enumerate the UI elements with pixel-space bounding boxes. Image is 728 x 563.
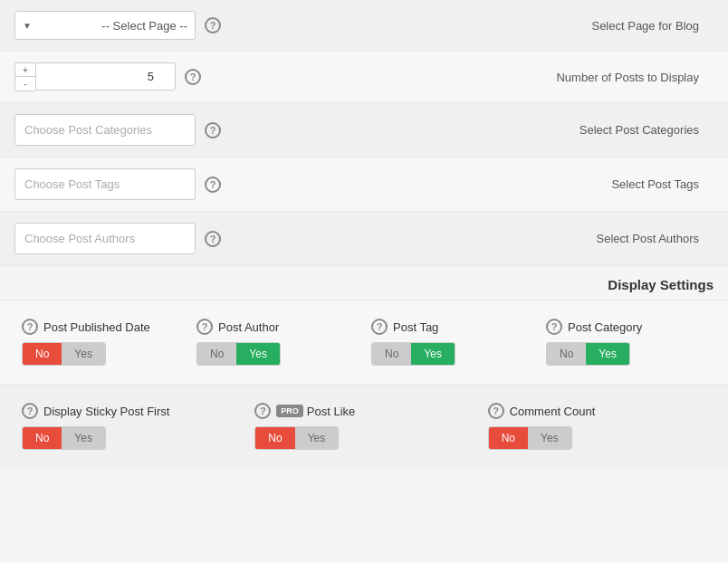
post-tag-toggle-group: No Yes (371, 342, 455, 366)
decrement-button[interactable]: - (15, 77, 35, 91)
select-page-dropdown[interactable]: ▼ -- Select Page -- (14, 11, 196, 40)
post-tag-text: Post Tag (393, 320, 438, 334)
comment-count-text: Comment Count (510, 405, 596, 418)
settings-container: ▼ -- Select Page -- ? Select Page for Bl… (0, 0, 728, 468)
published-date-toggle-group: No Yes (22, 342, 106, 366)
post-tags-multiselect[interactable]: Choose Post Tags (14, 168, 196, 200)
post-categories-label: Select Post Categories (413, 123, 714, 137)
post-categories-help-icon[interactable]: ? (205, 122, 221, 138)
dropdown-arrow-icon: ▼ (23, 21, 32, 31)
post-categories-row: Choose Post Categories ? Select Post Cat… (0, 103, 728, 157)
num-posts-help-icon[interactable]: ? (185, 69, 201, 85)
post-like-yes-button[interactable]: Yes (295, 427, 339, 449)
post-authors-placeholder: Choose Post Authors (24, 232, 135, 245)
num-posts-row: + - ? Number of Posts to Display (0, 52, 728, 103)
post-categories-input-area: Choose Post Categories ? (14, 114, 413, 146)
number-stepper: + - (14, 62, 35, 91)
published-date-text: Post Published Date (43, 320, 150, 334)
toggle-label-published-date: ? Post Published Date (22, 319, 150, 335)
select-page-value: -- Select Page -- (37, 19, 187, 33)
post-tag-yes-button[interactable]: Yes (411, 343, 455, 365)
select-page-help-icon[interactable]: ? (205, 17, 221, 33)
toggle-item-post-like: ? PRO Post Like No Yes (247, 399, 480, 453)
num-posts-label: Number of Posts to Display (413, 71, 714, 84)
post-tags-input-area: Choose Post Tags ? (14, 168, 413, 200)
post-like-toggle-group: No Yes (254, 426, 339, 450)
post-categories-multiselect[interactable]: Choose Post Categories (14, 114, 196, 146)
post-authors-label: Select Post Authors (413, 232, 714, 245)
post-author-yes-button[interactable]: Yes (236, 343, 280, 365)
comment-count-toggle-group: No Yes (488, 426, 572, 450)
post-author-text: Post Author (218, 320, 279, 334)
sticky-post-toggle-group: No Yes (22, 426, 106, 450)
post-like-no-button[interactable]: No (255, 427, 294, 449)
published-date-help-icon[interactable]: ? (22, 319, 38, 335)
toggle-label-post-like: ? PRO Post Like (254, 403, 355, 419)
display-settings-title: Display Settings (608, 277, 714, 292)
post-like-text: Post Like (307, 405, 355, 418)
toggle-label-post-author: ? Post Author (196, 319, 279, 335)
published-date-no-button[interactable]: No (23, 343, 62, 365)
post-category-no-button[interactable]: No (547, 343, 586, 365)
post-category-text: Post Category (568, 320, 642, 334)
post-categories-placeholder: Choose Post Categories (24, 123, 152, 137)
toggle-label-post-tag: ? Post Tag (371, 319, 438, 335)
post-tags-placeholder: Choose Post Tags (24, 177, 120, 191)
post-category-help-icon[interactable]: ? (546, 319, 562, 335)
post-like-help-icon[interactable]: ? (254, 403, 271, 419)
comment-count-help-icon[interactable]: ? (488, 403, 504, 419)
num-posts-input-area: + - ? (14, 62, 413, 91)
post-tags-label: Select Post Tags (413, 177, 714, 191)
number-input-group: + - (14, 62, 176, 91)
toggle-item-comment-count: ? Comment Count No Yes (481, 399, 714, 453)
toggle-item-post-tag: ? Post Tag No Yes (364, 315, 539, 369)
post-tags-row: Choose Post Tags ? Select Post Tags (0, 157, 728, 212)
select-page-label: Select Page for Blog (413, 19, 714, 33)
increment-button[interactable]: + (15, 63, 35, 77)
post-authors-row: Choose Post Authors ? Select Post Author… (0, 212, 728, 266)
pro-badge: PRO (276, 405, 303, 417)
select-page-row: ▼ -- Select Page -- ? Select Page for Bl… (0, 0, 728, 52)
toggle-label-post-category: ? Post Category (546, 319, 642, 335)
display-settings-header: Display Settings (0, 266, 728, 301)
sticky-post-text: Display Sticky Post First (43, 405, 169, 418)
toggle-item-published-date: ? Post Published Date No Yes (14, 315, 189, 369)
post-author-toggle-group: No Yes (196, 342, 281, 366)
toggle-label-sticky-post: ? Display Sticky Post First (22, 403, 169, 419)
toggle-item-post-author: ? Post Author No Yes (189, 315, 364, 369)
comment-count-no-button[interactable]: No (489, 427, 528, 449)
toggle-item-sticky-post: ? Display Sticky Post First No Yes (14, 399, 247, 453)
sticky-post-help-icon[interactable]: ? (22, 403, 38, 419)
post-tags-help-icon[interactable]: ? (205, 177, 221, 193)
sticky-post-no-button[interactable]: No (23, 427, 62, 449)
post-category-toggle-group: No Yes (546, 342, 630, 366)
comment-count-yes-button[interactable]: Yes (528, 427, 571, 449)
toggle-item-post-category: ? Post Category No Yes (539, 315, 714, 369)
post-authors-help-icon[interactable]: ? (205, 231, 221, 247)
published-date-yes-button[interactable]: Yes (62, 343, 105, 365)
post-authors-multiselect[interactable]: Choose Post Authors (14, 223, 196, 254)
post-tag-no-button[interactable]: No (372, 343, 411, 365)
post-author-no-button[interactable]: No (197, 343, 236, 365)
num-posts-input[interactable] (35, 62, 176, 91)
post-author-help-icon[interactable]: ? (196, 319, 213, 335)
post-authors-input-area: Choose Post Authors ? (14, 223, 413, 254)
toggle-grid-bottom: ? Display Sticky Post First No Yes ? PRO… (0, 385, 728, 468)
select-page-input-area: ▼ -- Select Page -- ? (14, 11, 413, 40)
sticky-post-yes-button[interactable]: Yes (62, 427, 105, 449)
post-tag-help-icon[interactable]: ? (371, 319, 388, 335)
toggle-label-comment-count: ? Comment Count (488, 403, 596, 419)
post-category-yes-button[interactable]: Yes (586, 343, 629, 365)
toggle-grid: ? Post Published Date No Yes ? Post Auth… (0, 301, 728, 385)
